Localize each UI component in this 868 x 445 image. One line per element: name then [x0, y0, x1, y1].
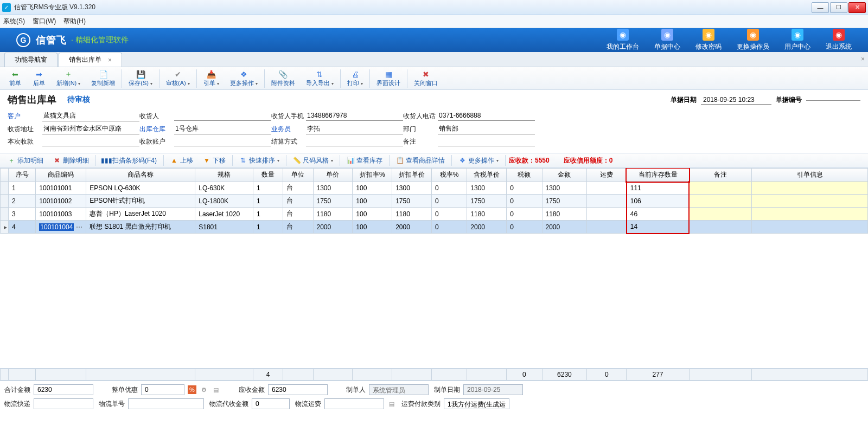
barcode-button[interactable]: ▮▮▮扫描条形码(F4): [99, 155, 160, 166]
doc-no-value[interactable]: [806, 99, 860, 101]
column-header[interactable]: 金额: [542, 169, 587, 182]
column-header[interactable]: 单位: [283, 169, 313, 182]
form-input[interactable]: 销售部: [438, 124, 535, 134]
cell-ship[interactable]: [587, 208, 627, 221]
form-input[interactable]: [174, 111, 271, 121]
cell-ship[interactable]: [587, 182, 627, 195]
column-header[interactable]: 税率%: [432, 169, 467, 182]
cell-disc[interactable]: 100: [353, 221, 392, 234]
cell-stock[interactable]: 14: [627, 221, 690, 234]
column-header[interactable]: 税额: [507, 169, 542, 182]
view-product-button[interactable]: 📋查看商品详情: [393, 155, 448, 166]
paytype-input[interactable]: 1我方付运费(生成运: [444, 398, 509, 409]
delete-detail-button[interactable]: ✖删除明细: [50, 155, 92, 166]
cell-tprice[interactable]: 1300: [467, 182, 507, 195]
form-input[interactable]: 蓝猫文具店: [42, 111, 139, 121]
cell-taxamt[interactable]: 0: [507, 195, 542, 208]
cell-dprice[interactable]: 2000: [392, 221, 432, 234]
disc-icon3[interactable]: ▤: [212, 385, 220, 394]
cell-unit[interactable]: 台: [283, 208, 313, 221]
brand-link[interactable]: ◉单据中心: [654, 29, 680, 51]
cell-name[interactable]: EPSON LQ-630K: [86, 182, 195, 195]
brand-link[interactable]: ◉退出系统: [826, 29, 852, 51]
recv-amount-input[interactable]: 6230: [268, 384, 328, 395]
cell-ref[interactable]: [752, 182, 868, 195]
shipfee-icon[interactable]: ▤: [387, 399, 396, 408]
cell-tprice[interactable]: 2000: [467, 221, 507, 234]
cell-remark[interactable]: [689, 195, 752, 208]
toolbar-button[interactable]: ❖更多操作 ▾: [225, 68, 263, 89]
cell-unit[interactable]: 台: [283, 195, 313, 208]
cell-name[interactable]: 惠普（HP）LaserJet 1020: [86, 208, 195, 221]
menu-help[interactable]: 帮助(H): [63, 17, 86, 26]
cell-disc[interactable]: 100: [353, 195, 392, 208]
brand-link[interactable]: ◉用户中心: [784, 29, 810, 51]
whole-disc-input[interactable]: 0: [141, 384, 184, 395]
form-input[interactable]: [42, 137, 139, 146]
column-header[interactable]: 商品名称: [86, 169, 195, 182]
cell-price[interactable]: 1750: [313, 195, 353, 208]
cell-ship[interactable]: [587, 195, 627, 208]
express-input[interactable]: [34, 398, 93, 409]
column-header[interactable]: 数量: [253, 169, 283, 182]
column-header[interactable]: 引单信息: [752, 169, 868, 182]
toolbar-button[interactable]: 📄复制新增: [86, 68, 120, 89]
disc-icon1[interactable]: %: [188, 385, 196, 394]
cell-price[interactable]: 2000: [313, 221, 353, 234]
cell-dprice[interactable]: 1750: [392, 195, 432, 208]
toolbar-button[interactable]: 💾保存(S) ▾: [123, 68, 158, 89]
cell-amount[interactable]: 1750: [542, 195, 587, 208]
express-no-input[interactable]: [128, 398, 204, 409]
toolbar-button[interactable]: ➡后单: [27, 68, 51, 89]
cell-amount[interactable]: 2000: [542, 221, 587, 234]
total-amount-input[interactable]: 6230: [34, 384, 93, 395]
cell-taxamt[interactable]: 0: [507, 221, 542, 234]
cell-spec[interactable]: S1801: [195, 221, 253, 234]
detail-grid[interactable]: 序号商品编码商品名称规格数量单位单价折扣率%折扣单价税率%含税单价税额金额运费当…: [0, 168, 868, 234]
cell-qty[interactable]: 1: [253, 182, 283, 195]
cell-code[interactable]: 100101002: [36, 195, 86, 208]
cell-stock[interactable]: 111: [627, 182, 690, 195]
cell-name[interactable]: 联想 S1801 黑白激光打印机: [86, 221, 195, 234]
cell-tax[interactable]: 0: [432, 208, 467, 221]
cell-spec[interactable]: LQ-1800K: [195, 195, 253, 208]
tab-sales-out[interactable]: 销售出库单 ×: [59, 53, 122, 67]
cell-taxamt[interactable]: 0: [507, 182, 542, 195]
move-down-button[interactable]: ▼下移: [200, 155, 229, 166]
toolbar-button[interactable]: 📥引单 ▾: [198, 68, 225, 89]
cell-ship[interactable]: [587, 221, 627, 234]
doc-date-value[interactable]: 2018-09-25 10:23: [701, 95, 771, 105]
menu-system[interactable]: 系统(S): [3, 17, 25, 26]
cell-qty[interactable]: 1: [253, 221, 283, 234]
cell-tax[interactable]: 0: [432, 221, 467, 234]
column-header[interactable]: 折扣率%: [353, 169, 392, 182]
cell-tprice[interactable]: 1180: [467, 208, 507, 221]
cell-unit[interactable]: 台: [283, 182, 313, 195]
table-row[interactable]: 3100101003惠普（HP）LaserJet 1020LaserJet 10…: [1, 208, 868, 221]
cell-qty[interactable]: 1: [253, 195, 283, 208]
form-label[interactable]: 出库仓库: [139, 125, 174, 134]
shipfee-input[interactable]: [324, 398, 384, 409]
add-detail-button[interactable]: ＋添加明细: [4, 155, 47, 166]
cell-no[interactable]: 2: [9, 195, 36, 208]
cell-amount[interactable]: 1180: [542, 208, 587, 221]
cell-taxamt[interactable]: 0: [507, 208, 542, 221]
cell-tax[interactable]: 0: [432, 182, 467, 195]
cell-tax[interactable]: 0: [432, 195, 467, 208]
form-input[interactable]: 河南省郑州市金水区中原路: [42, 124, 139, 134]
cell-code[interactable]: 100101004 ⋯: [36, 221, 86, 234]
brand-link[interactable]: ◉修改密码: [695, 29, 722, 51]
toolbar-button[interactable]: 📎附件资料: [266, 68, 301, 89]
cell-dprice[interactable]: 1180: [392, 208, 432, 221]
brand-link[interactable]: ◉我的工作台: [607, 29, 639, 51]
cell-dprice[interactable]: 1300: [392, 182, 432, 195]
column-header[interactable]: 折扣单价: [392, 169, 432, 182]
cell-code[interactable]: 100101001: [36, 182, 86, 195]
cod-input[interactable]: 0: [252, 398, 290, 409]
move-up-button[interactable]: ▲上移: [167, 155, 196, 166]
cell-ref[interactable]: [752, 195, 868, 208]
ruler-button[interactable]: 📏尺码风格▾: [290, 155, 336, 166]
disc-icon2[interactable]: ⚙: [200, 385, 208, 394]
cell-no[interactable]: 4: [9, 221, 36, 234]
table-row[interactable]: ▸4100101004 ⋯联想 S1801 黑白激光打印机S18011台2000…: [1, 221, 868, 234]
